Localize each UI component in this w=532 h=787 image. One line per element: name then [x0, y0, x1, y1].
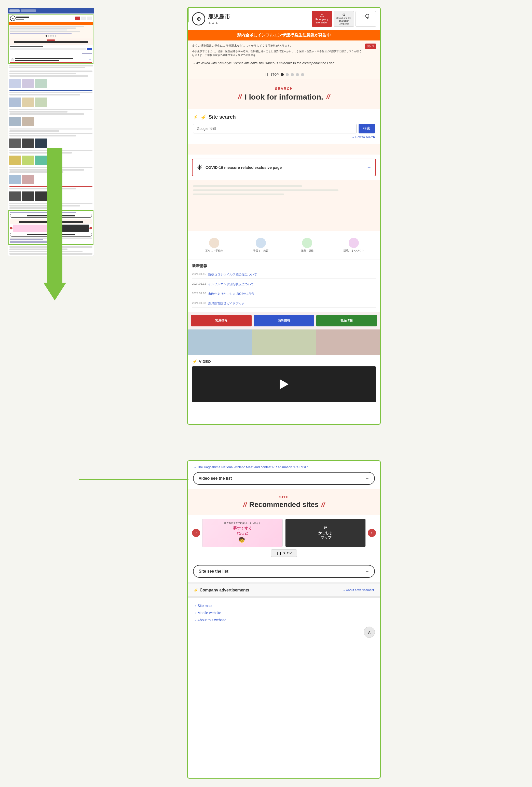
emergency-button[interactable]: ⚠ Emergency information [312, 11, 332, 27]
site-see-list-arrow: → [365, 569, 369, 574]
category-item[interactable]: 子育て・教育 [239, 235, 283, 255]
site-tagline-text: Recommended sites [249, 501, 319, 509]
carousel-item-2-icon: 🗺 [324, 526, 327, 530]
carousel-section: ‹ 鹿児島市子育て応援ポータルサイト 夢すくすくねっと 🧒 🗺 かごしまiマップ [188, 515, 380, 561]
banner-area: 緊急情報 防災情報 観光情報 [188, 312, 380, 329]
carousel-prev-button[interactable]: ‹ [192, 529, 200, 537]
site-see-list-label: Site see the list [199, 569, 229, 574]
alert-body-text: 多くの感染指数の発生により熱湯水などにしっかりしてくる可能性があります。 [192, 44, 363, 48]
menu-button[interactable]: ≡Q [356, 11, 376, 27]
photo-gallery [188, 329, 380, 355]
search-label: SEARCH [193, 87, 375, 91]
footer-link-about[interactable]: → About this website [193, 616, 375, 623]
page-wrapper: ⊕ [0, 0, 532, 787]
divider-1 [188, 582, 380, 584]
slide-dot-5[interactable] [301, 73, 304, 76]
company-ads-section: ⚡ Company advertisements → About adverti… [188, 584, 380, 596]
site-label: SITE [193, 495, 375, 499]
banner-item[interactable]: 緊急情報 [191, 315, 252, 326]
carousel-item-2-main-text: かごしまiマップ [318, 531, 333, 540]
banner-item[interactable]: 防災情報 [254, 315, 314, 326]
video-thumbnail[interactable] [192, 366, 376, 402]
alert-badge: 認証ス [365, 44, 376, 49]
slide-dot-1[interactable] [281, 73, 284, 76]
connector-line-bottom-v [188, 461, 188, 480]
slideshow-controls: ❙❙ STOP [188, 70, 380, 79]
alert-sub-text: 小学生以下のものに、切傷、医院候選を求める方、医師者は送付ごとに感染指定やかかり… [192, 49, 363, 57]
emergency-banner: 県内全域にインフルエンザ流行発生注意報が発告中 [188, 30, 380, 41]
city-name: 鹿児島市 [208, 13, 230, 21]
covid-icon: ✳ [197, 163, 203, 172]
scroll-arrow [45, 148, 65, 300]
news-item[interactable]: 2024.01.10 市政だよりかごしま 2024年1月号 [192, 290, 376, 298]
footer-link-mobile[interactable]: → Mobile website [193, 609, 375, 616]
video-see-list-button[interactable]: Video see the list → [193, 472, 375, 485]
search-deco-left: // [238, 93, 241, 101]
city-logo-icon: ⊕ [192, 12, 205, 25]
stop-button-area: ❙❙ STOP [192, 550, 376, 557]
sound-language-button[interactable]: ⚙ Sound and the character Language [334, 11, 354, 27]
news-item[interactable]: 2024.01.08 鹿児島市防災ガイドブック [192, 300, 376, 307]
slide-dot-2[interactable] [286, 73, 289, 76]
site-search-box: ⚡ Site search 検索 → How to search [188, 109, 380, 144]
connector-line-bottom-h [79, 479, 189, 480]
site-section: SITE // Recommended sites // [188, 489, 380, 515]
search-spacer [188, 180, 380, 231]
category-item[interactable]: 暮らし・手続き [192, 235, 237, 255]
search-input[interactable] [193, 124, 357, 133]
video-see-list-arrow: → [365, 476, 369, 481]
company-ads-about-link[interactable]: → About advertisement. [342, 589, 375, 592]
news-item[interactable]: 2024.01.15 新型コロナウイルス感染症について [192, 271, 376, 279]
covid-text: COVID-19 measure related exclusive page [206, 165, 367, 170]
search-button[interactable]: 検索 [359, 124, 375, 133]
company-ads-title: ⚡ Company advertisements [193, 588, 249, 593]
connector-line-top-h [79, 22, 189, 22]
covid-section[interactable]: ✳ COVID-19 measure related exclusive pag… [192, 158, 376, 176]
gallery-image-2 [252, 329, 316, 355]
carousel-items: 鹿児島市子育て応援ポータルサイト 夢すくすくねっと 🧒 🗺 かごしまiマップ [202, 519, 366, 547]
site-deco-left: // [243, 501, 247, 509]
carousel-next-button[interactable]: › [368, 529, 376, 537]
carousel-item-1-top-text: 鹿児島市子育て応援ポータルサイト [224, 522, 261, 525]
carousel-stop-button[interactable]: ❙❙ STOP [271, 550, 297, 557]
footer-links: → Site map → Mobile website → About this… [188, 598, 380, 628]
back-to-top-container: ∧ [188, 628, 380, 643]
back-to-top-button[interactable]: ∧ [364, 626, 375, 638]
category-grid: 暮らし・手続き 子育て・教育 健康・福祉 環境・まちづくり [188, 231, 380, 259]
site-list-section: Site see the list → [188, 561, 380, 582]
video-kagoshima-link[interactable]: → The Kagoshima National Athletic Meet a… [193, 465, 375, 469]
category-item[interactable]: 健康・福祉 [285, 235, 329, 255]
footer-link-sitemap[interactable]: → Site map [193, 602, 375, 609]
gallery-image-3 [316, 329, 380, 355]
slide-dot-3[interactable] [291, 73, 294, 76]
header-logo: ⊕ 鹿児島市 ▲▲▲ [192, 12, 230, 25]
site-search-title: ⚡ Site search [193, 114, 375, 120]
category-item[interactable]: 環境・まちづくり [332, 235, 376, 255]
slide-dot-4[interactable] [296, 73, 299, 76]
search-tagline-text: I look for information. [245, 93, 323, 101]
how-to-search-link[interactable]: → How to search [193, 135, 375, 139]
phone-panel-top: ⊕ 鹿児島市 ▲▲▲ ⚠ Emergency information ⚙ Sou… [187, 7, 381, 425]
video-link-section: → The Kagoshima National Athletic Meet a… [188, 461, 380, 489]
connector-line-top-v [189, 8, 189, 22]
gallery-image-1 [188, 329, 252, 355]
site-header: ⊕ 鹿児島市 ▲▲▲ ⚠ Emergency information ⚙ Sou… [188, 8, 380, 30]
news-item[interactable]: 2024.01.12 インフルエンザ流行状況について [192, 281, 376, 288]
video-see-list-label: Video see the list [199, 476, 232, 481]
news-area: 新着情報 2024.01.15 新型コロナウイルス感染症について 2024.01… [188, 259, 380, 312]
carousel-item-2[interactable]: 🗺 かごしまiマップ [285, 519, 366, 547]
search-deco-right: // [326, 93, 330, 101]
phone-panel-bottom: → The Kagoshima National Athletic Meet a… [187, 460, 381, 779]
slideshow-stop[interactable]: ❙❙ STOP [264, 73, 279, 77]
alert-section: 多くの感染指数の発生により熱湯水などにしっかりしてくる可能性があります。 小学生… [188, 41, 380, 70]
spacer-1 [188, 144, 380, 154]
company-ads-title-text: Company advertisements [200, 588, 249, 593]
corona-link[interactable]: → It's linked with new-style Corona infl… [192, 59, 376, 67]
site-see-list-button[interactable]: Site see the list → [193, 565, 375, 578]
city-emblem: ▲▲▲ [208, 21, 230, 25]
header-buttons: ⚠ Emergency information ⚙ Sound and the … [312, 11, 376, 27]
carousel-item-1[interactable]: 鹿児島市子育て応援ポータルサイト 夢すくすくねっと 🧒 [202, 519, 283, 547]
banner-item[interactable]: 観光情報 [316, 315, 377, 326]
carousel-item-1-main-text: 夢すくすくねっと [233, 526, 252, 536]
carousel-item-1-icon: 🧒 [239, 537, 246, 544]
